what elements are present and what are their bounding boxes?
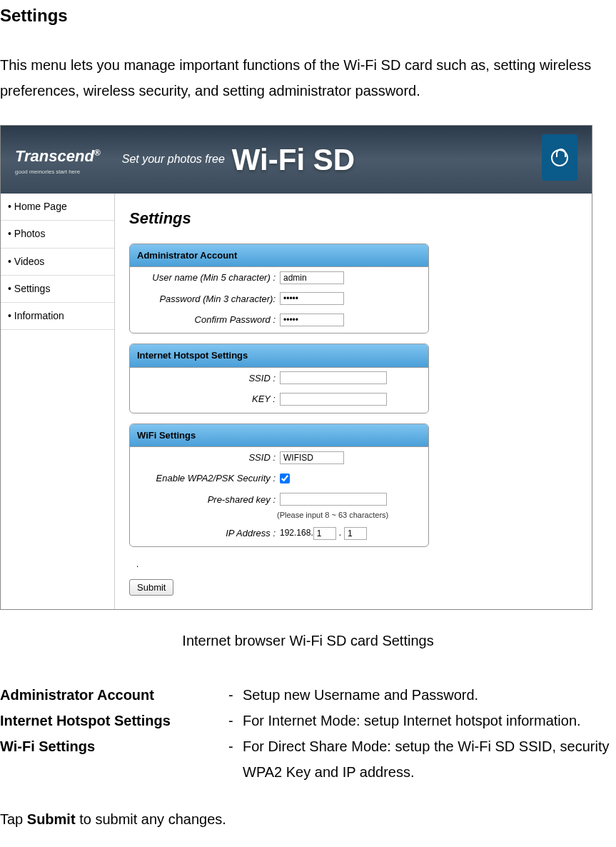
admin-account-header: Administrator Account	[130, 244, 428, 267]
wifi-ssid-label: SSID :	[137, 449, 280, 466]
sidebar-item-videos[interactable]: • Videos	[1, 249, 114, 276]
descriptions-table: Administrator Account - Setup new Userna…	[0, 682, 616, 785]
wifi-ip-third-input[interactable]	[313, 527, 336, 540]
wifi-ip-fourth-input[interactable]	[344, 527, 367, 540]
hotspot-section: Internet Hotspot Settings SSID : KEY :	[129, 344, 429, 413]
wifi-header: WiFi Settings	[130, 424, 428, 447]
wifi-psk-hint: (Please input 8 ~ 63 characters)	[277, 508, 428, 523]
banner-slogan: Set your photos free	[122, 149, 225, 170]
sd-card-icon	[542, 134, 577, 181]
wifi-section: WiFi Settings SSID : Enable WPA2/PSK Sec…	[129, 424, 429, 548]
banner: Transcend® good memories start here Set …	[1, 126, 592, 194]
wifi-security-label: Enable WPA2/PSK Security :	[137, 470, 280, 486]
brand-tagline: good memories start here	[15, 167, 101, 177]
intro-text: This menu lets you manage important func…	[0, 52, 616, 104]
desc-admin-text: Setup new Username and Password.	[243, 682, 616, 708]
hotspot-key-label: KEY :	[137, 391, 280, 407]
brand-logo: Transcend® good memories start here	[15, 147, 101, 178]
wifi-ssid-input[interactable]	[280, 451, 344, 464]
password-label: Password (Min 3 character):	[137, 291, 280, 307]
username-label: User name (Min 5 character) :	[137, 269, 280, 286]
settings-content: Settings Administrator Account User name…	[115, 194, 592, 609]
wifi-security-checkbox[interactable]	[280, 473, 290, 483]
desc-hotspot-label: Internet Hotspot Settings	[0, 708, 228, 733]
wifi-ip-label: IP Address :	[137, 525, 280, 541]
wifi-psk-label: Pre-shared key :	[137, 491, 280, 508]
sidebar-item-photos[interactable]: • Photos	[1, 221, 114, 248]
submit-instruction: Tap Submit to submit any changes.	[0, 806, 616, 832]
submit-button[interactable]: Submit	[129, 579, 173, 596]
confirm-password-input[interactable]	[280, 314, 344, 326]
screenshot-caption: Internet browser Wi-Fi SD card Settings	[0, 628, 616, 653]
hotspot-key-input[interactable]	[280, 393, 387, 406]
banner-product: Wi-Fi SD	[232, 133, 355, 187]
wifi-psk-input[interactable]	[280, 493, 387, 506]
desc-hotspot-text: For Internet Mode: setup Internet hotspo…	[243, 708, 616, 733]
settings-screenshot: Transcend® good memories start here Set …	[0, 125, 592, 610]
password-input[interactable]	[280, 292, 344, 305]
hotspot-header: Internet Hotspot Settings	[130, 344, 428, 367]
desc-wifi-text: For Direct Share Mode: setup the Wi-Fi S…	[243, 733, 616, 785]
sidebar: • Home Page • Photos • Videos • Settings…	[1, 194, 115, 609]
settings-heading: Settings	[129, 204, 577, 233]
hotspot-ssid-label: SSID :	[137, 370, 280, 386]
sidebar-item-information[interactable]: • Information	[1, 303, 114, 330]
username-input[interactable]	[280, 271, 344, 284]
admin-account-section: Administrator Account User name (Min 5 c…	[129, 244, 429, 334]
desc-admin-label: Administrator Account	[0, 682, 228, 708]
hotspot-ssid-input[interactable]	[280, 371, 387, 384]
sidebar-item-home[interactable]: • Home Page	[1, 194, 114, 221]
confirm-password-label: Confirm Password :	[137, 311, 280, 328]
page-title: Settings	[0, 0, 616, 31]
desc-wifi-label: Wi-Fi Settings	[0, 733, 228, 785]
sidebar-item-settings[interactable]: • Settings	[1, 276, 114, 303]
wifi-ip-prefix: 192.168.	[280, 526, 313, 541]
